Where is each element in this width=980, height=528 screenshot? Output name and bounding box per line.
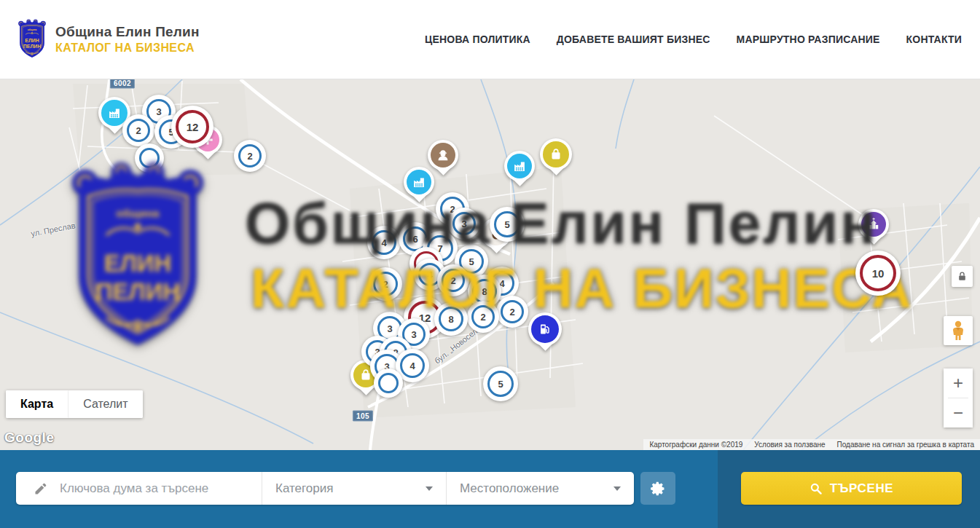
- cluster-count: 10: [860, 255, 896, 291]
- nav-item[interactable]: КОНТАКТИ: [906, 34, 962, 45]
- cluster-marker[interactable]: 12: [171, 106, 213, 148]
- cluster-marker[interactable]: [135, 143, 164, 173]
- nav-item[interactable]: МАРШРУТНО РАЗПИСАНИЕ: [737, 34, 880, 45]
- search-bar: Категория Местоположение ТЪРСЕНЕ: [0, 450, 980, 528]
- cluster-count: 8: [439, 307, 463, 331]
- municipality-crest-icon: община ЕЛИН ПЕЛИН: [16, 18, 48, 60]
- cluster-marker[interactable]: 5: [490, 207, 525, 242]
- map-pin-factory[interactable]: [404, 167, 434, 205]
- svg-text:община: община: [28, 28, 37, 31]
- page: община ЕЛИН ПЕЛИН Община Елин Пелин КАТА…: [0, 0, 980, 528]
- location-dropdown[interactable]: Местоположение: [447, 472, 634, 505]
- church-icon: [866, 216, 882, 232]
- chevron-down-icon: [614, 486, 621, 491]
- zoom-out-button[interactable]: −: [944, 398, 973, 427]
- road-number-badge: 105: [353, 411, 373, 422]
- pin-icon-circle: [431, 143, 455, 168]
- map-view-button[interactable]: Карта: [6, 390, 68, 418]
- pin-icon-circle: [531, 315, 559, 343]
- cluster-count: 4: [372, 230, 396, 255]
- cluster-count: 2: [442, 269, 465, 292]
- header: община ЕЛИН ПЕЛИН Община Елин Пелин КАТА…: [0, 0, 980, 79]
- cluster-marker[interactable]: 2: [369, 267, 402, 301]
- map-pin-church[interactable]: [858, 209, 889, 247]
- cluster-marker[interactable]: 2: [467, 301, 499, 333]
- gear-icon: [650, 481, 666, 497]
- lock-button[interactable]: [952, 266, 973, 287]
- map-pin-factory[interactable]: [504, 151, 535, 189]
- map-pin-shopping-bag[interactable]: [540, 138, 572, 178]
- pin-icon-circle: [507, 154, 532, 178]
- cluster-count: 8: [472, 279, 497, 304]
- attribution-text: Картографски данни ©2019: [643, 441, 748, 449]
- cluster-marker[interactable]: 2: [496, 296, 528, 328]
- cluster-count: 2: [501, 300, 524, 323]
- nav-item[interactable]: ДОБАВЕТЕ ВАШИЯТ БИЗНЕС: [557, 34, 710, 45]
- cluster-count: 2: [127, 119, 150, 142]
- pegman-icon: [949, 320, 967, 341]
- chevron-down-icon: [426, 486, 433, 491]
- fuel-icon: [537, 321, 553, 337]
- nav-item[interactable]: ЦЕНОВА ПОЛИТИКА: [425, 34, 530, 45]
- search-icon: [810, 482, 823, 495]
- cluster-marker[interactable]: 4: [367, 226, 401, 259]
- svg-text:ПЕЛИН: ПЕЛИН: [23, 44, 41, 49]
- category-dropdown-label: Категория: [275, 481, 333, 496]
- cluster-count: 2: [471, 305, 495, 328]
- cluster-count: 3: [452, 212, 476, 235]
- cluster-marker[interactable]: 3: [448, 208, 480, 240]
- map-attribution: Картографски данни ©2019Условия за ползв…: [643, 439, 980, 450]
- lock-icon: [957, 271, 968, 282]
- site-subtitle: КАТАЛОГ НА БИЗНЕСА: [55, 42, 200, 55]
- pegman-button[interactable]: [944, 316, 973, 345]
- location-dropdown-label: Местоположение: [460, 481, 559, 496]
- keyword-section: [16, 472, 262, 505]
- cluster-marker[interactable]: [374, 369, 403, 398]
- cluster-marker[interactable]: 2: [122, 114, 154, 146]
- attribution-link[interactable]: Подаване на сигнал за грешка в картата: [831, 441, 980, 449]
- keyword-search-input[interactable]: [58, 481, 229, 497]
- pin-icon-circle: [407, 170, 431, 194]
- pin-icon-circle: [861, 212, 886, 237]
- cluster-marker[interactable]: 2: [234, 140, 266, 172]
- brand-logo[interactable]: община ЕЛИН ПЕЛИН Община Елин Пелин КАТА…: [16, 18, 200, 60]
- cluster-count: [378, 373, 399, 393]
- main-nav: ЦЕНОВА ПОЛИТИКАДОБАВЕТЕ ВАШИЯТ БИЗНЕСМАР…: [425, 0, 962, 79]
- shopping-bag-icon: [548, 146, 564, 162]
- google-logo[interactable]: Google: [4, 430, 54, 446]
- pin-icon-circle: [543, 141, 569, 168]
- site-title: Община Елин Пелин: [55, 24, 200, 40]
- map-type-control: Карта Сателит: [6, 390, 143, 418]
- search-submit-label: ТЪРСЕНЕ: [830, 481, 894, 496]
- category-dropdown[interactable]: Категория: [262, 472, 447, 505]
- satellite-view-button[interactable]: Сателит: [68, 390, 142, 418]
- cluster-marker[interactable]: 10: [855, 251, 901, 296]
- zoom-in-button[interactable]: +: [944, 369, 973, 398]
- map-canvas[interactable]: 6002105 ул. Преславбул. „Новосел 3251222…: [0, 79, 980, 450]
- svg-text:ЕЛИН: ЕЛИН: [25, 38, 39, 43]
- factory-icon: [511, 158, 528, 174]
- cluster-count: 2: [238, 144, 262, 168]
- factory-icon: [106, 105, 122, 121]
- cluster-count: 12: [176, 110, 209, 143]
- cluster-marker[interactable]: 8: [434, 302, 468, 336]
- zoom-control: + −: [944, 369, 973, 427]
- cluster-count: 2: [373, 272, 398, 296]
- advanced-settings-button[interactable]: [640, 472, 675, 505]
- cluster-marker[interactable]: 2: [437, 264, 469, 296]
- cluster-count: 5: [487, 371, 514, 397]
- cluster-count: 4: [400, 353, 425, 378]
- search-submit-button[interactable]: ТЪРСЕНЕ: [741, 472, 962, 505]
- search-box: Категория Местоположение: [16, 472, 634, 505]
- attribution-link[interactable]: Условия за ползване: [748, 441, 831, 449]
- cluster-count: [139, 148, 160, 168]
- worker-icon: [435, 147, 451, 163]
- map-pin-fuel[interactable]: [528, 312, 562, 353]
- cluster-count: 5: [494, 211, 520, 237]
- pin-icon-circle: [101, 100, 128, 126]
- factory-icon: [411, 174, 427, 190]
- pencil-icon: [34, 481, 48, 496]
- road-number-badge: 6002: [110, 79, 135, 89]
- cluster-marker[interactable]: 5: [483, 366, 518, 401]
